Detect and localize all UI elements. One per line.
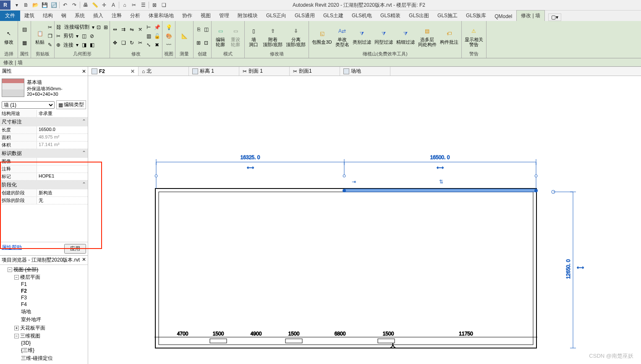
tree-root[interactable]: 视图 (全部) [13,267,38,272]
tab-qmodel[interactable]: QModel [490,12,516,21]
unpin-icon[interactable]: 🔓 [154,33,160,39]
scale-icon[interactable]: ⤡ [145,42,152,48]
tree-3d[interactable]: 三维视图 [20,333,40,339]
tab-addins[interactable]: 附加模块 [233,10,262,21]
tree-item[interactable]: F1 [21,281,87,288]
group-header[interactable]: 标识数据⌃ [0,149,88,158]
single-type-button[interactable]: A⇄单改 类型名 [334,24,351,48]
move-icon[interactable]: ✥ [112,39,118,46]
show-warning-button[interactable]: ⚠显示相关 警告 [463,24,484,48]
tab-annotate[interactable]: 注释 [107,10,126,21]
properties-icon[interactable]: ▤ [21,26,28,33]
flip-handle[interactable]: ⇅ [439,179,443,185]
qat-text-icon[interactable]: A [110,1,117,9]
split-icon[interactable]: ⊢ [145,24,152,31]
qat-3d-icon[interactable]: ⌂ [121,1,128,9]
create-sim-icon[interactable]: ⎘ [195,26,202,33]
tab-gls6[interactable]: GLS出图 [405,10,433,21]
dimension-text[interactable]: 16500. 0 [430,155,450,160]
qat-undo-icon[interactable]: ↶ [61,1,69,9]
measure-button[interactable]: 📐 [177,29,191,43]
tab-structure[interactable]: 结构 [39,10,57,21]
group-header[interactable]: 尺寸标注⌃ [0,118,88,126]
fine-filter-button[interactable]: ⧩精细过滤 [395,27,416,45]
mirror-draw-icon[interactable]: ⤧ [137,26,144,33]
qat-redo-icon[interactable]: ↷ [71,1,78,9]
beam-join-icon[interactable]: ◧ [90,42,94,48]
drawing-canvas[interactable]: ⇥ ⇅ 16325. 0 ⟷ 16500. 0 ⟷ [88,76,641,364]
demolish-icon[interactable]: ⊘ [90,33,94,39]
linework-icon[interactable]: 〰 [165,42,172,48]
tab-steel[interactable]: 钢 [57,10,71,21]
tree-item-active[interactable]: F2 [21,288,87,294]
expand-icon[interactable]: + [14,326,19,330]
batch-annot-button[interactable]: 🏷构件批注 [439,27,460,45]
qat-align-icon[interactable]: ✛ [100,1,108,9]
paste-button[interactable]: 📋粘贴 [33,27,47,45]
detach-button[interactable]: ⇩分离 顶部/底部 [285,24,307,48]
qat-switch-icon[interactable]: ❏ [160,1,167,9]
cat-filter-button[interactable]: ⧩类别过滤 [351,27,372,45]
join-icon[interactable]: ⊕ [56,42,60,48]
instance-selector[interactable]: 墙 (1) [2,101,55,109]
view-tab[interactable]: 场地 [340,67,390,76]
tab-view[interactable]: 视图 [196,10,215,21]
override-icon[interactable]: 🎨 [165,33,172,39]
view-tab[interactable]: F2✕ [88,67,139,76]
view-tab[interactable]: ✂剖面1 [290,67,340,76]
tab-gls8[interactable]: GLS族库 [462,10,490,21]
tree-floor-plans[interactable]: 楼层平面 [20,274,40,280]
tab-gls5[interactable]: GLS精装 [376,10,405,21]
create-group-icon[interactable]: ⊞ [195,39,202,46]
create-assembly-icon[interactable]: ◫ [203,26,209,33]
qat-section-icon[interactable]: ✂ [130,1,138,9]
close-icon[interactable]: ✕ [131,68,135,74]
delete-icon[interactable]: ✖ [154,42,160,48]
hide-icon[interactable]: 💡 [165,24,172,31]
tab-gls7[interactable]: GLS施工 [433,10,462,21]
tab-systems[interactable]: 系统 [71,10,89,21]
tab-massing[interactable]: 体量和场地 [144,10,178,21]
pin-icon[interactable]: 📌 [154,24,160,31]
tab-gls3[interactable]: GLS土建 [319,10,348,21]
tree-item[interactable]: {3D} [21,340,87,346]
cope-ext2-icon[interactable]: ⊞ [104,24,108,30]
help-dropdown[interactable]: ▢▾ [548,13,561,21]
collapse-icon[interactable]: − [14,275,19,280]
view-tab[interactable]: 标高 1 [189,67,239,76]
tree-item[interactable]: {三维} [21,346,87,354]
copy-icon[interactable]: ❐ [48,32,52,40]
tree-ceiling[interactable]: 天花板平面 [20,325,45,331]
tab-insert[interactable]: 插入 [89,10,107,21]
dim-lock-icon[interactable]: ⟷ [247,165,254,170]
tab-modify-wall[interactable]: 修改 | 墙 [516,10,545,21]
view-tab[interactable]: ✂剖面 1 [239,67,290,76]
project-browser-tree[interactable]: −视图 (全部) −楼层平面 F1 F2 F3 F4 场地 室外地坪 [0,265,88,364]
offset-icon[interactable]: ⇉ [120,26,127,33]
wall-opening-button[interactable]: ▯墙 洞口 [246,24,261,48]
create-part-icon[interactable]: ⊡ [203,39,209,46]
tab-gls4[interactable]: GLS机电 [348,10,376,21]
type-prop-icon[interactable]: ▦ [21,39,28,46]
qat-measure-icon[interactable]: 📏 [91,1,99,9]
type-filter-button[interactable]: ⧩同型过滤 [373,27,394,45]
cut-icon[interactable]: ✂ [48,23,52,31]
type-selector-box[interactable]: 基本墙 外保温墙350mm- 20+60+240+30 [0,76,88,100]
qat-folder-icon[interactable]: 📂 [31,1,39,9]
tab-gls1[interactable]: GLS正向 [262,10,290,21]
qat-close-icon[interactable]: ⊠ [151,1,158,9]
attach-button[interactable]: ⇧附着 顶部/底部 [262,24,284,48]
tree-item[interactable]: 室外地坪 [21,316,87,324]
tab-analyze[interactable]: 分析 [126,10,144,21]
qat-sync-icon[interactable]: 🔃 [50,1,58,9]
split-face-icon[interactable]: ◫ [82,33,86,39]
collapse-icon[interactable]: − [8,267,12,272]
tab-manage[interactable]: 管理 [215,10,233,21]
dim-lock-icon[interactable]: ⟷ [577,264,584,270]
align-icon[interactable]: ⇔ [112,26,118,33]
edit-type-button[interactable]: ▦编辑类型 [56,100,86,109]
match-icon[interactable]: ✎ [48,41,52,49]
cut-geom-icon[interactable]: ✂ [56,33,60,39]
edit-profile-button[interactable]: ▭编辑 轮廓 [213,24,228,48]
param-value[interactable]: 16500.0 [37,126,88,134]
